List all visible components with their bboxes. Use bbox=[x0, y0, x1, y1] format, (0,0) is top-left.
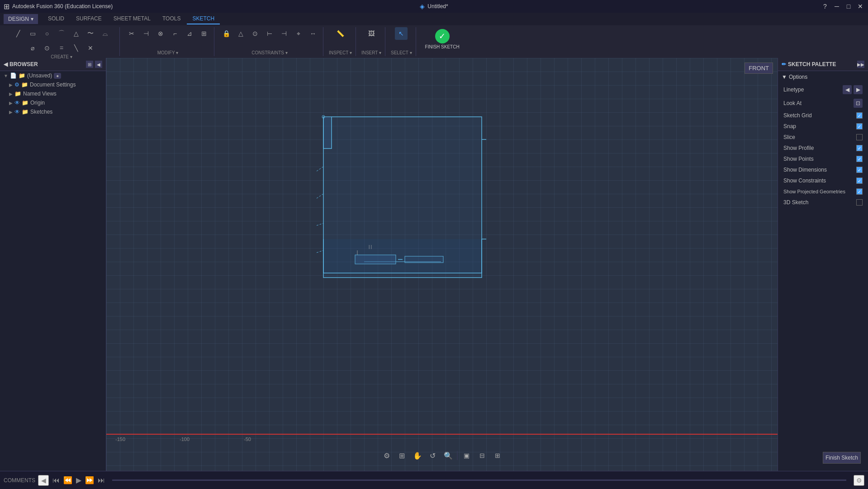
linetype-next-btn[interactable]: ▶ bbox=[854, 85, 863, 94]
tool-spline[interactable]: ⌀ bbox=[26, 42, 39, 54]
tool-offset[interactable]: ⊞ bbox=[198, 27, 210, 40]
3d-sketch-checkbox[interactable] bbox=[856, 199, 863, 206]
tool-constraint6[interactable]: ↔ bbox=[307, 27, 319, 40]
insert-tools: 🖼 bbox=[365, 27, 378, 40]
tab-surface[interactable]: SURFACE bbox=[71, 14, 107, 24]
tool-insert-image[interactable]: 🖼 bbox=[365, 27, 378, 40]
canvas-settings-icon[interactable]: ⚙ bbox=[380, 449, 393, 462]
tree-doc-settings[interactable]: ▶ ⚙ 📁 Document Settings bbox=[0, 80, 106, 89]
canvas-pan-icon[interactable]: ✋ bbox=[411, 449, 424, 462]
tool-constraint5[interactable]: ⌖ bbox=[292, 27, 305, 40]
tool-equal[interactable]: = bbox=[55, 42, 68, 54]
palette-finish-sketch-button[interactable]: Finish Sketch bbox=[823, 452, 861, 464]
tool-extend[interactable]: ⊣ bbox=[140, 27, 152, 40]
tree-origin[interactable]: ▶ 👁 📁 Origin bbox=[0, 98, 106, 107]
timeline-settings-icon[interactable]: ⚙ bbox=[854, 475, 864, 486]
tool-curve[interactable]: ⌓ bbox=[99, 27, 111, 40]
doc-settings-folder-icon: 📁 bbox=[21, 82, 28, 88]
canvas-display-mode1[interactable]: ▣ bbox=[460, 449, 473, 462]
show-constraints-checkbox[interactable]: ✓ bbox=[856, 177, 863, 184]
sketch-svg: | | bbox=[314, 112, 495, 293]
main-area: ◀ BROWSER ⊞ ◀ ▼ 📄 📁 (Unsaved) ● ▶ ⚙ 📁 Do… bbox=[0, 58, 868, 471]
tree-sketches[interactable]: ▶ 👁 📁 Sketches bbox=[0, 107, 106, 116]
tab-tools[interactable]: TOOLS bbox=[157, 14, 186, 24]
canvas-display-mode3[interactable]: ⊞ bbox=[491, 449, 504, 462]
show-profile-checkbox[interactable]: ✓ bbox=[856, 145, 863, 151]
close-button[interactable]: ✕ bbox=[856, 2, 864, 10]
tool-triangle[interactable]: △ bbox=[70, 27, 82, 40]
create-tools: ╱ ▭ ○ ⌒ △ 〜 ⌓ ⌀ ⊙ = ╲ ✕ bbox=[7, 27, 116, 54]
finish-sketch-button[interactable]: ✓ FINISH SKETCH bbox=[422, 27, 463, 51]
select-tools: ↖ bbox=[395, 27, 408, 40]
toolbar-group-finish-sketch: ✓ FINISH SKETCH bbox=[418, 27, 467, 56]
tool-rect[interactable]: ▭ bbox=[26, 27, 39, 40]
browser-title: BROWSER bbox=[9, 61, 38, 67]
tool-lock[interactable]: 🔒 bbox=[220, 27, 232, 40]
timeline-start-btn[interactable]: ⏮ bbox=[52, 476, 60, 484]
root-doc-icon: 📄 bbox=[10, 72, 17, 79]
3d-sketch-label: 3D Sketch bbox=[783, 199, 808, 206]
tool-cross[interactable]: ✕ bbox=[84, 42, 97, 54]
sketch-grid-checkbox[interactable]: ✓ bbox=[856, 112, 863, 119]
canvas-orbit-icon[interactable]: ↺ bbox=[427, 449, 439, 462]
tree-root[interactable]: ▼ 📄 📁 (Unsaved) ● bbox=[0, 71, 106, 80]
tool-constraint1[interactable]: △ bbox=[234, 27, 247, 40]
ruler-mark-3: -50 bbox=[244, 436, 251, 442]
toolbar: DESIGN ▾ SOLID SURFACE SHEET METAL TOOLS… bbox=[0, 13, 868, 58]
look-at-button[interactable]: ⊡ bbox=[854, 99, 863, 108]
show-points-checkbox[interactable]: ✓ bbox=[856, 156, 863, 162]
tree-named-views-label: Named Views bbox=[23, 91, 57, 97]
design-menu-button[interactable]: DESIGN ▾ bbox=[4, 14, 38, 24]
tool-ellipse[interactable]: ⊙ bbox=[41, 42, 53, 54]
tool-break[interactable]: ⊗ bbox=[154, 27, 167, 40]
sketches-eye-icon: 👁 bbox=[14, 109, 20, 115]
tool-measure[interactable]: 📏 bbox=[334, 27, 346, 40]
timeline-forward-btn[interactable]: ⏩ bbox=[85, 476, 94, 484]
tool-constraint4[interactable]: ⊣ bbox=[278, 27, 290, 40]
browser-collapse-icon[interactable]: ◀ bbox=[4, 61, 8, 67]
tool-trim[interactable]: ✂ bbox=[125, 27, 138, 40]
doc-settings-arrow-icon: ▶ bbox=[9, 82, 13, 87]
browser-settings-icon[interactable]: ⊞ bbox=[86, 61, 93, 68]
tree-named-views[interactable]: ▶ 📁 Named Views bbox=[0, 89, 106, 98]
timeline-slider[interactable] bbox=[112, 479, 846, 481]
tab-sketch[interactable]: SKETCH bbox=[187, 14, 220, 24]
show-dimensions-checkbox[interactable]: ✓ bbox=[856, 167, 863, 173]
minimize-button[interactable]: ─ bbox=[833, 2, 841, 10]
snap-checkbox[interactable]: ✓ bbox=[856, 123, 863, 129]
tool-constraint2[interactable]: ⊙ bbox=[249, 27, 261, 40]
tool-wave[interactable]: 〜 bbox=[84, 27, 97, 40]
show-projected-checkbox[interactable]: ✓ bbox=[856, 188, 863, 195]
help-icon[interactable]: ? bbox=[821, 2, 829, 10]
palette-expand-btn[interactable]: ▶▶ bbox=[857, 61, 864, 68]
tool-chamfer[interactable]: ⊿ bbox=[183, 27, 196, 40]
palette-options-title[interactable]: ▼ Options bbox=[778, 71, 868, 83]
app-title: Autodesk Fusion 360 (Education License) bbox=[12, 3, 113, 10]
tool-constraint3[interactable]: ⊢ bbox=[263, 27, 276, 40]
named-views-folder-icon: 📁 bbox=[14, 91, 21, 97]
tool-diagonal[interactable]: ╲ bbox=[70, 42, 82, 54]
tool-select-cursor[interactable]: ↖ bbox=[395, 27, 408, 40]
app-grid-icon[interactable]: ⊞ bbox=[4, 2, 9, 11]
timeline-play-btn[interactable]: ▶ bbox=[76, 476, 81, 484]
timeline-rewind-btn[interactable]: ⏪ bbox=[63, 476, 72, 484]
palette-row-linetype: Linetype ◀ ▶ bbox=[778, 83, 868, 96]
browser-collapse-btn[interactable]: ◀ bbox=[95, 61, 102, 68]
toolbar-main: ╱ ▭ ○ ⌒ △ 〜 ⌓ ⌀ ⊙ = ╲ ✕ CREATE ▾ ✂ ⊣ ⊗ ⌐ bbox=[0, 25, 868, 58]
comments-toggle-btn[interactable]: ◀ bbox=[38, 475, 49, 486]
tab-sheet-metal[interactable]: SHEET METAL bbox=[108, 14, 156, 24]
maximize-button[interactable]: □ bbox=[844, 2, 853, 10]
origin-eye-icon: 👁 bbox=[14, 100, 20, 106]
tool-arc[interactable]: ⌒ bbox=[55, 27, 68, 40]
canvas-area[interactable]: -150 -100 -50 FRONT bbox=[106, 58, 778, 471]
tab-solid[interactable]: SOLID bbox=[43, 14, 70, 24]
timeline-end-btn[interactable]: ⏭ bbox=[98, 476, 105, 484]
linetype-prev-btn[interactable]: ◀ bbox=[843, 85, 852, 94]
canvas-display-mode2[interactable]: ⊟ bbox=[476, 449, 489, 462]
canvas-zoom-icon[interactable]: 🔍 bbox=[442, 449, 455, 462]
tool-line[interactable]: ╱ bbox=[12, 27, 24, 40]
canvas-grid-icon[interactable]: ⊞ bbox=[396, 449, 408, 462]
tool-fillet[interactable]: ⌐ bbox=[169, 27, 181, 40]
tool-circle[interactable]: ○ bbox=[41, 27, 53, 40]
slice-checkbox[interactable] bbox=[856, 134, 863, 140]
